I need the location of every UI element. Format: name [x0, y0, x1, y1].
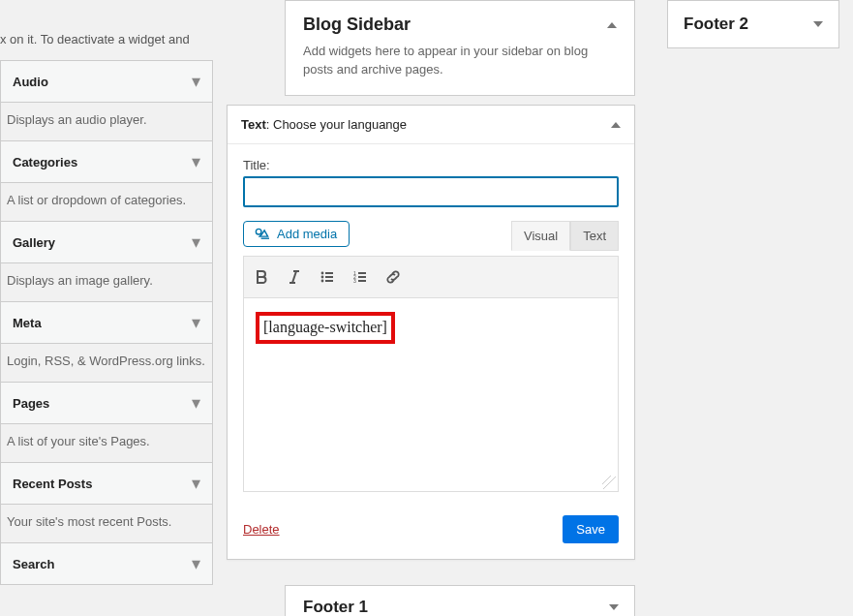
chevron-down-icon: ▾: [192, 475, 200, 492]
available-widget-meta[interactable]: Meta ▾ Login, RSS, & WordPress.org links…: [0, 302, 213, 383]
widget-description: A list of your site's Pages.: [1, 423, 212, 462]
available-widgets-list: Audio ▾ Displays an audio player. Catego…: [0, 60, 213, 585]
chevron-down-icon: ▾: [192, 73, 200, 90]
svg-point-0: [256, 229, 261, 234]
italic-button[interactable]: [279, 262, 310, 292]
available-widget-categories[interactable]: Categories ▾ A list or dropdown of categ…: [0, 141, 213, 222]
widget-description: Displays an image gallery.: [1, 262, 212, 301]
widget-name: Categories: [13, 155, 77, 169]
sidebar-area-description: Add widgets here to appear in your sideb…: [303, 43, 617, 93]
widget-editor-header[interactable]: Text: Choose your languange: [228, 106, 634, 144]
svg-point-5: [321, 276, 324, 279]
chevron-down-icon[interactable]: [609, 604, 619, 610]
save-button[interactable]: Save: [563, 515, 619, 543]
collapse-icon[interactable]: [611, 122, 621, 128]
widget-name: Meta: [13, 316, 42, 330]
available-widget-recent-posts[interactable]: Recent Posts ▾ Your site's most recent P…: [0, 463, 213, 543]
svg-text:3: 3: [353, 278, 356, 284]
chevron-down-icon[interactable]: [813, 21, 823, 27]
footer2-title: Footer 2: [684, 15, 748, 34]
widget-editor-text: Text: Choose your languange Title: Add m…: [227, 105, 635, 560]
widget-name: Recent Posts: [13, 477, 92, 491]
title-field-label: Title:: [243, 158, 619, 172]
widget-name: Pages: [13, 396, 49, 411]
link-button[interactable]: [378, 262, 409, 292]
bold-button[interactable]: [246, 262, 277, 292]
delete-widget-link[interactable]: Delete: [243, 522, 280, 537]
sidebar-area-footer-1[interactable]: Footer 1: [285, 585, 635, 616]
ordered-list-button[interactable]: 123: [345, 262, 376, 292]
svg-line-3: [292, 271, 296, 283]
chevron-down-icon: ▾: [192, 314, 200, 331]
title-input[interactable]: [243, 176, 619, 207]
editor-content-area[interactable]: [language-switcher]: [243, 298, 619, 492]
chevron-down-icon: ▾: [192, 394, 200, 412]
widget-instance-title: Choose your languange: [273, 117, 407, 132]
widget-name: Search: [13, 557, 54, 571]
shortcode-text: [language-switcher]: [256, 312, 395, 344]
svg-point-4: [321, 272, 324, 275]
chevron-down-icon: ▾: [192, 555, 200, 572]
add-media-button[interactable]: Add media: [243, 221, 350, 247]
add-media-label: Add media: [277, 227, 337, 241]
unordered-list-button[interactable]: [312, 262, 343, 292]
chevron-down-icon: ▾: [192, 153, 200, 170]
collapse-icon[interactable]: [607, 22, 617, 28]
widget-name: Audio: [13, 75, 48, 89]
available-widget-gallery[interactable]: Gallery ▾ Displays an image gallery.: [0, 222, 213, 302]
widget-name: Gallery: [13, 235, 55, 250]
available-widget-audio[interactable]: Audio ▾ Displays an audio player.: [0, 61, 213, 141]
tab-text[interactable]: Text: [570, 221, 619, 251]
editor-toolbar: 123: [243, 256, 619, 298]
available-widget-search[interactable]: Search ▾: [0, 543, 213, 585]
available-widget-pages[interactable]: Pages ▾ A list of your site's Pages.: [0, 383, 213, 463]
media-icon: [254, 228, 271, 241]
widget-description: Displays an audio player.: [1, 102, 212, 140]
svg-point-6: [321, 280, 324, 283]
widget-type-label: Text: [241, 117, 266, 132]
footer1-title: Footer 1: [303, 598, 368, 616]
chevron-down-icon: ▾: [192, 233, 200, 251]
resize-handle[interactable]: [602, 476, 616, 489]
sidebar-area-title: Blog Sidebar: [303, 15, 617, 35]
separator: :: [266, 117, 273, 132]
widget-description: Login, RSS, & WordPress.org links.: [1, 343, 212, 382]
sidebar-area-blog-sidebar[interactable]: Blog Sidebar Add widgets here to appear …: [285, 0, 635, 96]
widget-description: Your site's most recent Posts.: [1, 504, 212, 542]
tab-visual[interactable]: Visual: [511, 221, 570, 251]
sidebar-area-footer-2[interactable]: Footer 2: [667, 0, 839, 48]
widget-description: A list or dropdown of categories.: [1, 182, 212, 221]
instructions-text: x on it. To deactivate a widget and: [0, 0, 213, 60]
